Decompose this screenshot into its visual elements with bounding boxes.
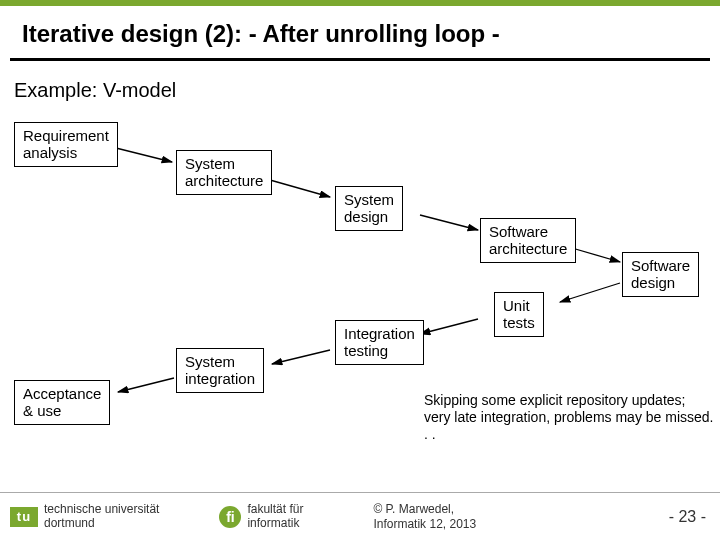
svg-line-5: [420, 319, 478, 334]
slide-title: Iterative design (2): - After unrolling …: [0, 6, 720, 58]
tu-text: technische universitätdortmund: [44, 503, 159, 529]
box-requirement-analysis: Requirementanalysis: [14, 122, 118, 167]
svg-line-3: [572, 248, 620, 262]
box-software-design: Softwaredesign: [622, 252, 699, 297]
footer-bar: tu technische universitätdortmund fi fak…: [0, 492, 720, 540]
copyright: © P. Marwedel,Informatik 12, 2013: [373, 502, 476, 531]
box-system-integration: Systemintegration: [176, 348, 264, 393]
box-software-architecture: Softwarearchitecture: [480, 218, 576, 263]
box-system-design: Systemdesign: [335, 186, 403, 231]
tu-mark-icon: tu: [10, 507, 38, 527]
fi-text: fakultät fürinformatik: [247, 503, 303, 529]
diagram-note: Skipping some explicit repository update…: [424, 392, 720, 442]
fi-logo: fi fakultät fürinformatik: [219, 503, 303, 529]
box-unit-tests: Unittests: [494, 292, 544, 337]
tu-logo: tu technische universitätdortmund: [10, 503, 159, 529]
box-system-architecture: Systemarchitecture: [176, 150, 272, 195]
svg-line-0: [112, 147, 172, 162]
svg-line-6: [272, 350, 330, 364]
box-acceptance-use: Acceptance& use: [14, 380, 110, 425]
slide-subtitle: Example: V-model: [0, 61, 720, 102]
fi-mark-icon: fi: [219, 506, 241, 528]
box-integration-testing: Integrationtesting: [335, 320, 424, 365]
svg-line-7: [118, 378, 174, 392]
diagram-canvas: Requirementanalysis Systemarchitecture S…: [0, 102, 720, 442]
page-number: - 23 -: [669, 508, 706, 526]
svg-line-4: [560, 283, 620, 302]
svg-line-2: [420, 215, 478, 230]
svg-line-1: [270, 180, 330, 197]
